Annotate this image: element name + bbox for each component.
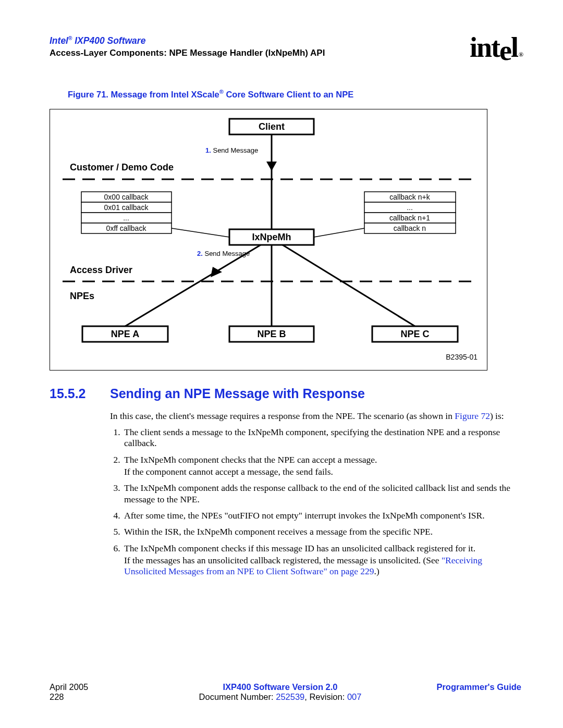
callback-dots: ... (123, 214, 129, 222)
callback-0x00: 0x00 callback (104, 193, 149, 201)
customer-demo-label: Customer / Demo Code (70, 162, 174, 172)
send-message-1: 1. Send Message (205, 146, 258, 154)
callback-n1: callback n+1 (389, 214, 430, 222)
footer-date: April 2005 (50, 682, 154, 692)
npe-b-box: NPE B (257, 329, 286, 339)
npe-c-box: NPE C (400, 329, 429, 339)
callback-n: callback n (394, 224, 426, 232)
step-2: The IxNpeMh component checks that the NP… (123, 454, 521, 478)
ixnpemh-box: IxNpeMh (252, 232, 291, 242)
step-6: The IxNpeMh component checks if this mes… (123, 543, 521, 577)
header-title: Intel® IXP400 Software (50, 35, 325, 46)
footer-page: 228 (50, 692, 154, 702)
svg-line-17 (125, 245, 261, 326)
callback-dots2: ... (407, 203, 413, 212)
svg-line-16 (314, 228, 364, 237)
figure-diagram: Client Customer / Demo Code 1. Send Mess… (50, 109, 487, 371)
section-body: In this case, the client's message requi… (110, 411, 521, 577)
callback-0x01: 0x01 callback (104, 203, 149, 212)
figure-id: B2395-01 (446, 353, 478, 361)
step-5: Within the ISR, the IxNpeMh component re… (123, 526, 521, 537)
intro-paragraph: In this case, the client's message requi… (110, 411, 521, 422)
footer-version: IXP400 Software Version 2.0 (154, 682, 407, 692)
access-driver-label: Access Driver (70, 265, 132, 275)
client-box: Client (259, 121, 285, 132)
callback-0xff: 0xff callback (106, 224, 147, 232)
svg-marker-5 (266, 162, 277, 171)
intel-logo: intel® (470, 31, 521, 64)
npe-a-box: NPE A (111, 329, 139, 339)
section-title: Sending an NPE Message with Response (110, 386, 365, 401)
footer-guide: Programmer's Guide (407, 682, 521, 692)
step-3: The IxNpeMh component adds the response … (123, 483, 521, 505)
step-1: The client sends a message to the IxNpeM… (123, 427, 521, 449)
page-header: Intel® IXP400 Software Access-Layer Comp… (50, 31, 521, 68)
footer-docnum: Document Number: 252539, Revision: 007 (154, 692, 407, 702)
step-4: After some time, the NPEs "outFIFO not e… (123, 510, 521, 521)
svg-line-15 (172, 228, 229, 237)
page-footer: April 2005 IXP400 Software Version 2.0 P… (50, 682, 521, 702)
callback-nk: callback n+k (389, 193, 430, 201)
figure-72-link[interactable]: Figure 72 (455, 411, 490, 421)
section-number: 15.5.2 (50, 386, 110, 401)
figure-caption: Figure 71. Message from Intel XScale® Co… (68, 89, 521, 100)
npes-label: NPEs (70, 291, 94, 301)
svg-line-19 (283, 245, 415, 326)
header-subtitle: Access-Layer Components: NPE Message Han… (50, 48, 325, 58)
